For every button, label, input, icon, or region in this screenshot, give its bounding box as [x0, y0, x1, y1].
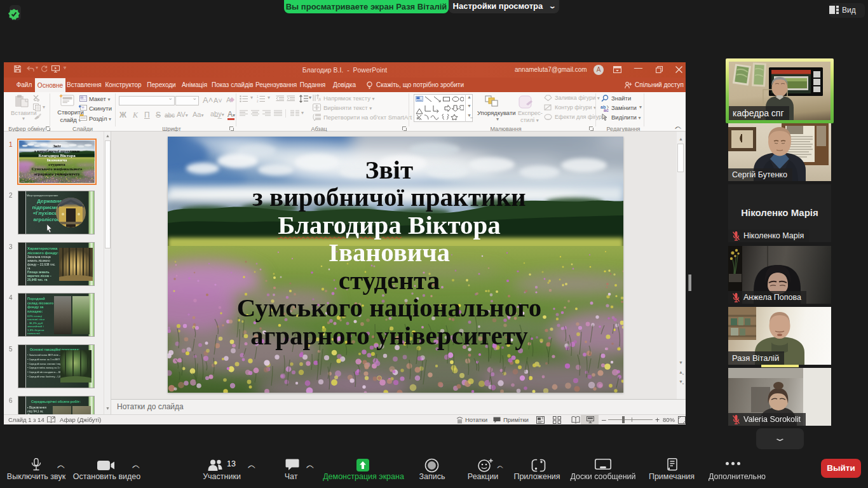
svg-text:A: A — [318, 97, 321, 102]
svg-text:2: 2 — [257, 100, 259, 102]
svg-text:ac: ac — [604, 108, 609, 112]
svg-text:1: 1 — [257, 95, 259, 98]
